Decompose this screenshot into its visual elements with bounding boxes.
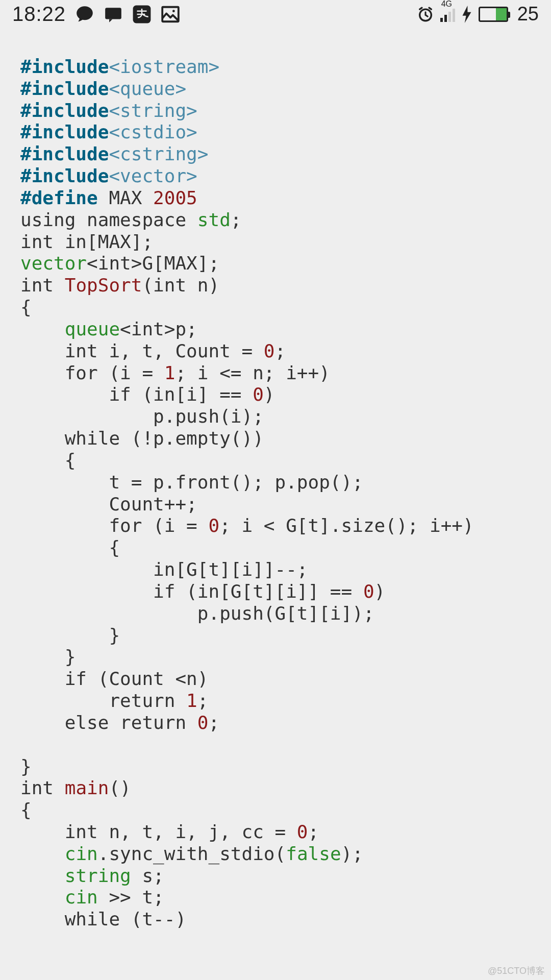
type-name: cin (65, 887, 98, 908)
message-icon (104, 5, 123, 24)
code-viewer[interactable]: #include<iostream> #include<queue> #incl… (0, 28, 551, 930)
code-text: t = p.front(); p.pop(); (20, 472, 363, 493)
include-directive: #include (20, 78, 109, 99)
code-text: .sync_with_stdio( (98, 843, 286, 864)
status-right: 4G 25 (417, 3, 539, 25)
type-name: cin (65, 843, 98, 864)
battery-fill (496, 8, 507, 20)
include-header: <cstdio> (109, 121, 197, 142)
type-name: queue (65, 318, 120, 339)
code-text: } (20, 625, 120, 646)
include-header: <string> (109, 100, 197, 121)
include-directive: #include (20, 56, 109, 77)
code-text: ; (275, 340, 286, 361)
code-text (20, 887, 65, 908)
include-header: <vector> (109, 165, 197, 186)
number-literal: 1 (164, 362, 176, 383)
alipay-icon (132, 5, 152, 24)
code-text: >> t; (98, 887, 164, 908)
code-text: s; (131, 865, 164, 886)
include-header: <iostream> (109, 56, 219, 77)
code-text (20, 318, 65, 339)
code-text: if (in[G[t][i]] == (20, 581, 363, 602)
code-text: { (20, 297, 32, 317)
watermark: @51CTO博客 (488, 965, 545, 977)
alarm-icon (417, 6, 434, 23)
code-text: (int n) (142, 275, 219, 296)
code-text: <int>G[MAX]; (87, 253, 219, 274)
code-text: ) (374, 581, 386, 602)
include-header: <cstring> (109, 143, 208, 164)
number-literal: 0 (197, 712, 209, 733)
code-text: ); (341, 843, 363, 864)
include-directive: #include (20, 100, 109, 121)
code-text: p.push(i); (20, 406, 264, 427)
bool-literal: false (286, 843, 341, 864)
network-label: 4G (441, 0, 452, 9)
number-literal: 2005 (153, 187, 197, 208)
battery-icon (479, 7, 508, 22)
code-text: using namespace (20, 209, 197, 230)
status-left: 18:22 (12, 3, 180, 26)
type-name: std (197, 209, 231, 230)
include-header: <queue> (109, 78, 186, 99)
code-text: for (i = (20, 362, 164, 383)
svg-point-3 (172, 10, 175, 12)
code-text: ; i < G[t].size(); i++) (219, 515, 474, 536)
code-text: } (20, 756, 32, 777)
code-text: } (20, 646, 76, 667)
code-text (20, 843, 65, 864)
code-text: MAX (98, 187, 153, 208)
number-literal: 0 (297, 821, 308, 842)
code-text: { (20, 799, 32, 820)
code-text: () (109, 777, 131, 798)
include-directive: #include (20, 121, 109, 142)
include-directive: #include (20, 143, 109, 164)
code-text: if (Count <n) (20, 668, 208, 689)
number-literal: 0 (264, 340, 275, 361)
number-literal: 0 (208, 515, 219, 536)
number-literal: 1 (186, 690, 197, 711)
code-text: Count++; (20, 494, 197, 514)
code-text: while (!p.empty()) (20, 428, 264, 449)
number-literal: 0 (253, 384, 264, 405)
code-text: { (20, 450, 76, 471)
code-text: for (i = (20, 515, 208, 536)
code-text: ; i <= n; i++) (175, 362, 330, 383)
function-name: main (65, 777, 109, 798)
code-text: ; (308, 821, 319, 842)
code-text: p.push(G[t][i]); (20, 603, 374, 624)
chat-bubble-icon (75, 5, 94, 24)
code-text: return (20, 690, 186, 711)
code-text: int i, t, Count = (20, 340, 264, 361)
code-text: <int>p; (120, 318, 197, 339)
function-name: TopSort (65, 275, 142, 296)
define-directive: #define (20, 187, 98, 208)
code-text: int (20, 275, 65, 296)
type-name: vector (20, 253, 87, 274)
signal-icon: 4G (440, 7, 455, 22)
include-directive: #include (20, 165, 109, 186)
code-text: ; (231, 209, 242, 230)
code-text: while (t--) (20, 909, 186, 929)
battery-percent: 25 (517, 3, 539, 25)
code-text: int in[MAX]; (20, 231, 153, 252)
code-text (20, 865, 65, 886)
type-name: string (65, 865, 131, 886)
code-text: else return (20, 712, 197, 733)
number-literal: 0 (363, 581, 374, 602)
code-text: ; (197, 690, 209, 711)
code-text: int n, t, i, j, cc = (20, 821, 297, 842)
picture-icon (161, 5, 180, 24)
code-text: ) (264, 384, 275, 405)
code-text: { (20, 537, 120, 558)
clock: 18:22 (12, 3, 66, 26)
code-text: in[G[t][i]]--; (20, 559, 308, 580)
bolt-icon (461, 6, 472, 23)
svg-rect-0 (105, 8, 121, 19)
code-text: ; (208, 712, 219, 733)
status-bar: 18:22 4G 25 (0, 0, 551, 28)
code-text: int (20, 777, 65, 798)
code-text: if (in[i] == (20, 384, 253, 405)
